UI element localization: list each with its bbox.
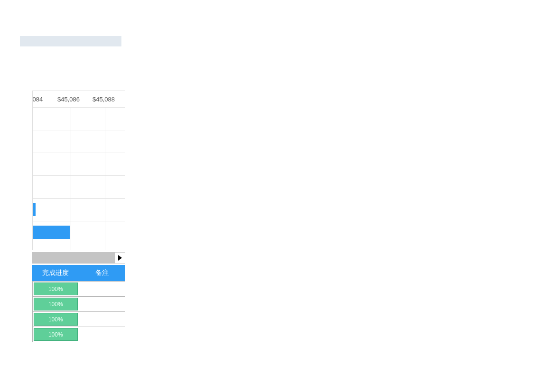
chart-row (33, 175, 125, 198)
chart-grid (33, 107, 125, 250)
chart-row (33, 130, 125, 153)
table-header-note: 备注 (79, 265, 126, 281)
scroll-right-button[interactable] (115, 252, 125, 264)
chart-x-tick: $45,088 (92, 96, 115, 103)
table-row: 100% (32, 281, 125, 296)
progress-badge: 100% (34, 328, 78, 341)
chart-x-tick: ,084 (32, 96, 43, 103)
table-row: 100% (32, 296, 125, 311)
progress-cell: 100% (32, 312, 79, 327)
chart-area: ,084 $45,086 $45,088 (32, 91, 125, 250)
progress-badge: 100% (34, 283, 78, 295)
chart-row (33, 153, 125, 175)
table-header-row: 完成进度 备注 (32, 265, 125, 281)
note-cell[interactable] (79, 297, 126, 311)
chart-bar (33, 226, 70, 239)
table-row: 100% (32, 311, 125, 327)
note-cell[interactable] (79, 282, 126, 296)
chart-bar (33, 203, 36, 216)
note-cell[interactable] (79, 312, 126, 327)
progress-cell: 100% (32, 327, 79, 342)
progress-badge: 100% (34, 313, 78, 326)
chart-x-axis: ,084 $45,086 $45,088 (33, 91, 125, 107)
chart-x-tick: $45,086 (57, 96, 80, 103)
progress-badge: 100% (34, 298, 78, 310)
highlight-bar (20, 36, 121, 46)
chevron-right-icon (118, 255, 122, 261)
note-cell[interactable] (79, 327, 126, 342)
table-row: 100% (32, 327, 125, 342)
progress-table: 完成进度 备注 100% 100% 100% 100% (32, 265, 125, 342)
horizontal-scrollbar[interactable] (32, 252, 125, 264)
progress-cell: 100% (32, 282, 79, 296)
table-header-progress: 完成进度 (32, 265, 79, 281)
chart-row (33, 107, 125, 130)
progress-cell: 100% (32, 297, 79, 311)
chart-row (33, 198, 125, 221)
scrollbar-track[interactable] (32, 252, 115, 264)
